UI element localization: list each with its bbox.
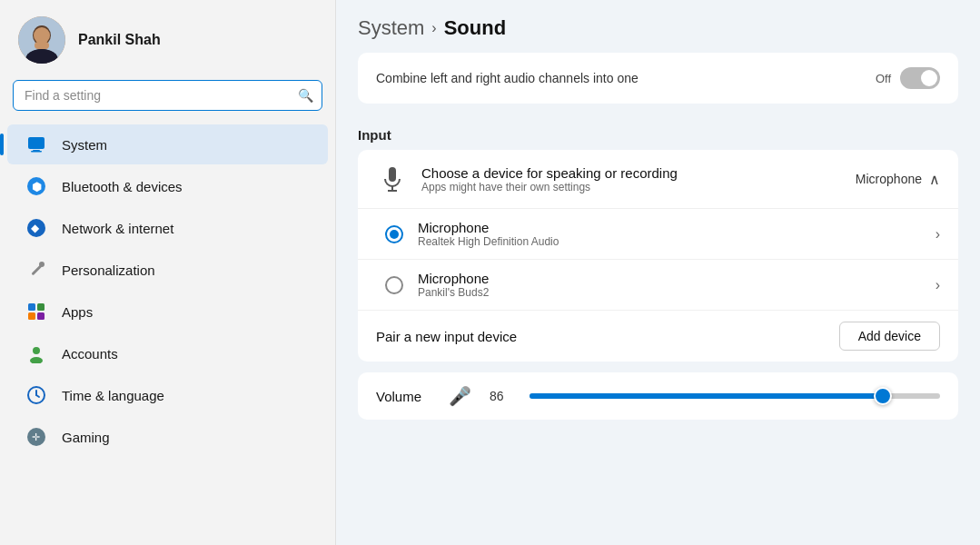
mono-audio-row: Combine left and right audio channels in… (358, 53, 958, 104)
device-option-text-0: Microphone Realtek High Definition Audio (418, 220, 921, 248)
sidebar-item-gaming-label: Gaming (62, 430, 110, 445)
sidebar-item-accounts-label: Accounts (62, 346, 118, 362)
sidebar-item-apps-label: Apps (62, 304, 93, 320)
radio-empty-icon (385, 276, 403, 294)
personalization-icon (25, 259, 47, 281)
sidebar: Pankil Shah 🔍 System ⬢ (0, 0, 336, 545)
sidebar-item-accounts[interactable]: Accounts (7, 333, 328, 373)
user-profile[interactable]: Pankil Shah (0, 0, 335, 76)
search-box[interactable]: 🔍 (13, 80, 322, 111)
device-option-sub-1: Pankil's Buds2 (418, 286, 921, 299)
sidebar-item-bluetooth[interactable]: ⬢ Bluetooth & devices (7, 166, 328, 206)
sidebar-item-network-label: Network & internet (62, 221, 173, 236)
apps-icon (25, 301, 47, 322)
sidebar-item-gaming[interactable]: ✛ Gaming (7, 417, 328, 457)
device-current-value: Microphone ∧ (856, 171, 940, 188)
mute-icon[interactable]: 🎤 (449, 385, 471, 407)
mono-toggle[interactable] (900, 67, 940, 89)
device-option-row-1[interactable]: Microphone Pankil's Buds2 › (358, 260, 958, 311)
breadcrumb-chevron: › (431, 20, 436, 36)
device-header-text: Choose a device for speaking or recordin… (421, 165, 843, 193)
time-icon (25, 384, 47, 406)
device-header-title: Choose a device for speaking or recordin… (421, 165, 843, 181)
svg-text:◆: ◆ (31, 222, 40, 234)
svg-rect-15 (28, 303, 35, 311)
svg-point-3 (34, 27, 50, 44)
search-icon: 🔍 (298, 88, 313, 103)
input-section-label: Input (358, 114, 958, 150)
sidebar-item-system[interactable]: System (7, 124, 328, 164)
microphone-icon (376, 163, 409, 195)
device-option-text-1: Microphone Pankil's Buds2 (418, 271, 921, 299)
radio-selected-icon (385, 225, 403, 243)
svg-line-23 (36, 395, 39, 397)
svg-rect-16 (37, 303, 45, 311)
sidebar-item-apps[interactable]: Apps (7, 292, 328, 332)
main-content: System › Sound Combine left and right au… (336, 0, 980, 545)
radio-inner (390, 230, 399, 239)
svg-point-19 (33, 347, 40, 354)
volume-slider-thumb (874, 387, 892, 405)
breadcrumb-system: System (358, 16, 424, 40)
svg-point-20 (30, 357, 43, 363)
mono-toggle-area: Off (876, 67, 940, 89)
gaming-icon: ✛ (25, 426, 47, 448)
sidebar-item-bluetooth-label: Bluetooth & devices (62, 179, 183, 194)
add-device-button[interactable]: Add device (839, 322, 940, 351)
mono-audio-card: Combine left and right audio channels in… (358, 53, 958, 104)
svg-rect-26 (389, 167, 396, 182)
device-value-text: Microphone (856, 172, 922, 186)
sidebar-item-system-label: System (62, 137, 107, 153)
sidebar-item-network[interactable]: ◆ Network & internet (7, 208, 328, 248)
toggle-off-label: Off (876, 72, 891, 85)
breadcrumb-sound: Sound (444, 16, 506, 40)
input-card: Choose a device for speaking or recordin… (358, 150, 958, 362)
device-option-name-0: Microphone (418, 220, 921, 235)
volume-slider[interactable] (530, 393, 940, 399)
volume-card: Volume 🎤 86 (358, 372, 958, 420)
wifi-icon: ◆ (25, 217, 47, 239)
device-header-row[interactable]: Choose a device for speaking or recordin… (358, 150, 958, 209)
volume-slider-fill (530, 393, 883, 399)
svg-rect-8 (31, 151, 42, 153)
svg-text:⬢: ⬢ (32, 180, 42, 193)
svg-text:✛: ✛ (32, 431, 40, 442)
chevron-up-icon: ∧ (929, 171, 940, 188)
mono-audio-text: Combine left and right audio channels in… (376, 71, 861, 85)
nav-list: System ⬢ Bluetooth & devices ◆ Network &… (0, 120, 335, 461)
device-option-row-0[interactable]: Microphone Realtek High Definition Audio… (358, 209, 958, 260)
sidebar-item-time[interactable]: Time & language (7, 375, 328, 415)
sidebar-item-time-label: Time & language (62, 388, 164, 403)
svg-rect-17 (28, 312, 35, 320)
svg-rect-6 (28, 137, 45, 149)
volume-number: 86 (490, 389, 511, 403)
chevron-right-icon-0: › (935, 226, 940, 243)
device-option-name-1: Microphone (418, 271, 921, 286)
chevron-right-icon-1: › (935, 277, 940, 293)
volume-label: Volume (376, 389, 431, 404)
page-header: System › Sound (358, 0, 958, 53)
svg-rect-18 (37, 312, 45, 320)
sidebar-item-personalization-label: Personalization (62, 263, 155, 278)
search-input[interactable] (13, 80, 322, 111)
svg-rect-4 (35, 42, 49, 49)
device-option-sub-0: Realtek High Definition Audio (418, 235, 921, 248)
svg-point-14 (39, 262, 45, 267)
avatar (18, 16, 65, 64)
pair-label: Pair a new input device (376, 329, 839, 344)
bluetooth-icon: ⬢ (25, 175, 47, 197)
device-header-subtitle: Apps might have their own settings (421, 181, 843, 193)
system-icon (25, 134, 47, 155)
sidebar-item-personalization[interactable]: Personalization (7, 250, 328, 290)
accounts-icon (25, 342, 47, 364)
user-name: Pankil Shah (78, 32, 161, 48)
pair-row: Pair a new input device Add device (358, 311, 958, 362)
